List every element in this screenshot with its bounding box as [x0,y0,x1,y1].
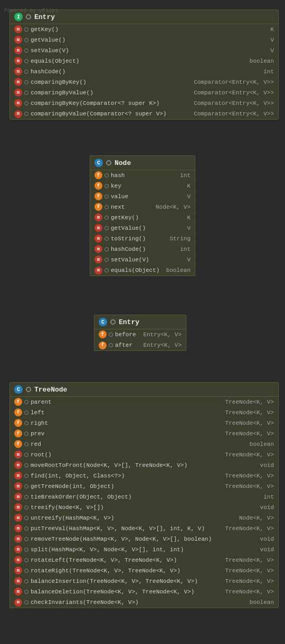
row-name: removeTreeNode(HashMap<K, V>, Node<K, V>… [31,536,258,542]
visibility-dot [24,453,28,457]
row-name: left [31,409,223,416]
method-badge: m [14,599,22,607]
row-name: getValue() [111,225,185,231]
row-name: split(HashMap<K, V>, Node<K, V>[], int, … [31,547,258,553]
visibility-dot [24,569,28,573]
row-name: getValue() [31,37,268,43]
row-type: Comparator<Entry<K, V>> [194,90,274,96]
table-row: mrotateLeft(TreeNode<K, V>, TreeNode<K, … [10,555,278,565]
row-name: comparingByKey() [31,79,192,85]
row-type: int [180,172,191,179]
method-badge: m [14,67,22,75]
row-name: balanceInsertion(TreeNode<K, V>, TreeNod… [31,578,223,584]
row-type: K [270,26,274,33]
entry-mid-title: Entry [119,318,139,326]
visibility-dot [24,474,28,478]
row-name: toString() [111,236,167,242]
row-name: rotateRight(TreeNode<K, V>, TreeNode<K, … [31,568,223,574]
visibility-dot [24,59,28,63]
row-type: TreeNode<K, V> [225,473,274,479]
visibility-dot [24,505,28,510]
method-badge: m [94,224,102,232]
row-type: Comparator<Entry<K, V>> [194,111,274,117]
table-row: mrotateRight(TreeNode<K, V>, TreeNode<K,… [10,565,278,576]
row-type: boolean [250,58,274,64]
visibility-dot [104,226,109,230]
row-name: untreeify(HashMap<K, V>) [31,515,237,521]
row-type: Entry<K, V> [143,331,182,338]
entry-mid-box: C Entry fbeforeEntry<K, V>fafterEntry<K,… [94,315,186,351]
row-type: String [169,236,191,242]
row-type: TreeNode<K, V> [225,420,274,426]
row-name: tieBreakOrder(Object, Object) [31,494,261,500]
row-type: void [260,536,274,542]
table-row: mcheckInvariants(TreeNode<K, V>)boolean [10,597,278,608]
row-type: Node<K, V> [156,204,191,210]
visibility-dot [24,80,28,84]
table-row: frightTreeNode<K, V> [10,418,278,428]
method-badge: m [14,556,22,564]
table-row: mequals(Object)boolean [90,265,195,276]
table-row: fhashint [90,170,195,181]
visibility-dot [24,70,28,74]
diagram-container: I Entry mgetKey()KmgetValue()VmsetValue(… [0,0,285,16]
visibility-dot [104,258,109,262]
field-badge: f [14,430,22,437]
visibility-dot [24,600,28,604]
entry-top-box: I Entry mgetKey()KmgetValue()VmsetValue(… [10,9,279,120]
method-badge: m [14,567,22,574]
visibility-dot [24,101,28,105]
method-badge: m [14,78,22,86]
row-name: getTreeNode(int, Object) [31,483,223,490]
table-row: fnextNode<K, V> [90,202,195,212]
entry-top-open-circle [26,14,31,19]
visibility-dot [24,112,28,116]
visibility-dot [24,411,28,415]
treenode-header: C TreeNode [10,383,278,397]
table-row: mcomparingByKey()Comparator<Entry<K, V>> [10,77,278,87]
visibility-dot [24,432,28,436]
row-type: void [260,462,274,469]
entry-mid-open-circle [110,319,116,325]
row-name: prev [31,431,223,437]
field-badge: f [14,398,22,406]
visibility-dot [24,537,28,541]
row-name: root() [31,452,223,458]
entry-top-rows: mgetKey()KmgetValue()VmsetValue(V)Vmequa… [10,24,278,119]
row-name: hashCode() [31,69,261,75]
table-row: fvalueV [90,191,195,202]
visibility-dot [24,48,28,53]
table-row: mcomparingByKey(Comparator<? super K>)Co… [10,98,278,109]
table-row: fparentTreeNode<K, V> [10,397,278,407]
table-row: mgetKey()K [90,212,195,223]
field-badge: f [94,192,102,200]
visibility-dot [104,268,109,272]
field-badge: f [94,203,102,211]
watermark: Powered by yFiles [4,8,58,14]
visibility-dot [24,421,28,425]
method-badge: m [14,99,22,107]
row-name: value [111,193,185,200]
method-badge: m [14,36,22,44]
visibility-dot [24,27,28,32]
row-name: right [31,420,223,426]
row-type: V [187,257,191,263]
treenode-icon: C [14,385,23,394]
field-badge: f [94,182,102,190]
row-name: comparingByKey(Comparator<? super K>) [31,100,192,106]
visibility-dot [104,173,109,178]
row-name: key [111,183,185,189]
node-header: C Node [90,156,195,170]
row-name: hash [111,172,178,179]
field-badge: f [99,330,107,338]
table-row: mtieBreakOrder(Object, Object)int [10,492,278,502]
entry-mid-rows: fbeforeEntry<K, V>fafterEntry<K, V> [94,329,186,350]
table-row: msetValue(V)V [10,45,278,56]
visibility-dot [24,548,28,552]
table-row: fredboolean [10,439,278,450]
row-type: TreeNode<K, V> [225,483,274,490]
table-row: fprevTreeNode<K, V> [10,428,278,439]
row-name: equals(Object) [31,58,248,64]
method-badge: m [94,245,102,253]
row-type: V [187,225,191,231]
